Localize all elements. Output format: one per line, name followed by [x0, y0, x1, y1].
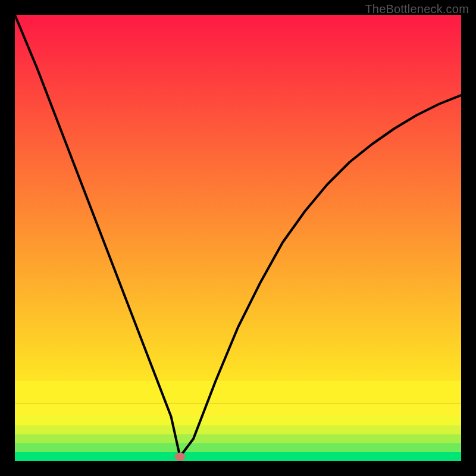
gradient-band-5: [15, 403, 461, 417]
plot-area: [15, 15, 461, 461]
watermark-text: TheBottleneck.com: [365, 2, 469, 16]
gradient-band-1: [15, 443, 461, 452]
gradient-band-4: [15, 416, 461, 425]
gradient-band-0: [15, 452, 461, 461]
gradient-band-6: [15, 381, 461, 403]
gradient-band-3: [15, 425, 461, 434]
chart-svg: [15, 15, 461, 461]
gradient-band-2: [15, 434, 461, 443]
chart-container: TheBottleneck.com: [0, 0, 476, 476]
optimal-marker: [175, 453, 186, 461]
